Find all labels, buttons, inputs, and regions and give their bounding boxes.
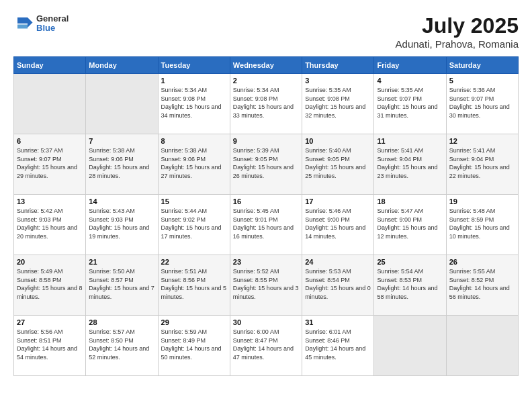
day-number: 19 [449, 197, 515, 205]
calendar-cell: 1 Sunrise: 5:34 AM Sunset: 9:08 PM Dayli… [158, 74, 230, 134]
day-number: 24 [305, 258, 371, 266]
day-info: Sunrise: 5:53 AM Sunset: 8:54 PM Dayligh… [305, 267, 371, 301]
calendar-cell: 7 Sunrise: 5:38 AM Sunset: 9:06 PM Dayli… [86, 134, 158, 195]
day-number: 1 [161, 77, 227, 85]
day-number: 26 [449, 258, 515, 266]
day-info: Sunrise: 5:56 AM Sunset: 8:51 PM Dayligh… [17, 328, 83, 361]
calendar-cell: 2 Sunrise: 5:34 AM Sunset: 9:08 PM Dayli… [230, 74, 302, 134]
calendar-cell: 27 Sunrise: 5:56 AM Sunset: 8:51 PM Dayl… [14, 316, 86, 376]
day-number: 3 [305, 77, 371, 85]
day-info: Sunrise: 5:47 AM Sunset: 9:00 PM Dayligh… [377, 207, 443, 240]
calendar-title: July 2025 [396, 13, 519, 38]
day-info: Sunrise: 5:52 AM Sunset: 8:55 PM Dayligh… [233, 267, 299, 301]
calendar-cell: 18 Sunrise: 5:47 AM Sunset: 9:00 PM Dayl… [374, 195, 446, 255]
day-info: Sunrise: 5:35 AM Sunset: 9:08 PM Dayligh… [305, 86, 371, 120]
day-number: 28 [89, 318, 154, 326]
day-number: 31 [305, 318, 371, 326]
svg-rect-2 [17, 17, 28, 24]
calendar-cell [446, 316, 518, 376]
day-info: Sunrise: 6:00 AM Sunset: 8:47 PM Dayligh… [233, 328, 299, 361]
day-info: Sunrise: 5:54 AM Sunset: 8:53 PM Dayligh… [377, 267, 443, 301]
logo-line2: Blue [36, 24, 69, 33]
svg-rect-3 [17, 25, 28, 29]
weekday-header: Tuesday [158, 57, 230, 74]
day-number: 17 [305, 197, 371, 205]
calendar-table: SundayMondayTuesdayWednesdayThursdayFrid… [13, 56, 519, 376]
calendar-cell: 14 Sunrise: 5:43 AM Sunset: 9:03 PM Dayl… [86, 195, 158, 255]
day-number: 2 [233, 77, 299, 85]
calendar-cell: 3 Sunrise: 5:35 AM Sunset: 9:08 PM Dayli… [302, 74, 374, 134]
day-number: 11 [377, 137, 443, 145]
calendar-cell: 11 Sunrise: 5:41 AM Sunset: 9:04 PM Dayl… [374, 134, 446, 195]
day-info: Sunrise: 5:35 AM Sunset: 9:07 PM Dayligh… [377, 86, 443, 120]
day-info: Sunrise: 5:57 AM Sunset: 8:50 PM Dayligh… [89, 328, 154, 361]
calendar-cell: 6 Sunrise: 5:37 AM Sunset: 9:07 PM Dayli… [14, 134, 86, 195]
calendar-cell: 20 Sunrise: 5:49 AM Sunset: 8:58 PM Dayl… [14, 255, 86, 316]
calendar-cell [374, 316, 446, 376]
day-number: 10 [305, 137, 371, 145]
weekday-header: Saturday [446, 57, 518, 74]
calendar-cell: 13 Sunrise: 5:42 AM Sunset: 9:03 PM Dayl… [14, 195, 86, 255]
weekday-header: Wednesday [230, 57, 302, 74]
day-number: 18 [377, 197, 443, 205]
calendar-cell: 24 Sunrise: 5:53 AM Sunset: 8:54 PM Dayl… [302, 255, 374, 316]
calendar-cell: 26 Sunrise: 5:55 AM Sunset: 8:52 PM Dayl… [446, 255, 518, 316]
day-number: 16 [233, 197, 299, 205]
day-info: Sunrise: 5:39 AM Sunset: 9:05 PM Dayligh… [233, 146, 299, 180]
calendar-cell: 9 Sunrise: 5:39 AM Sunset: 9:05 PM Dayli… [230, 134, 302, 195]
day-info: Sunrise: 5:43 AM Sunset: 9:03 PM Dayligh… [89, 207, 154, 240]
calendar-cell: 22 Sunrise: 5:51 AM Sunset: 8:56 PM Dayl… [158, 255, 230, 316]
day-info: Sunrise: 5:36 AM Sunset: 9:07 PM Dayligh… [449, 86, 515, 120]
day-info: Sunrise: 5:45 AM Sunset: 9:01 PM Dayligh… [233, 207, 299, 240]
calendar-cell: 16 Sunrise: 5:45 AM Sunset: 9:01 PM Dayl… [230, 195, 302, 255]
day-info: Sunrise: 5:38 AM Sunset: 9:06 PM Dayligh… [89, 146, 154, 180]
day-info: Sunrise: 5:59 AM Sunset: 8:49 PM Dayligh… [161, 328, 227, 361]
calendar-header: SundayMondayTuesdayWednesdayThursdayFrid… [14, 57, 519, 74]
day-info: Sunrise: 5:48 AM Sunset: 8:59 PM Dayligh… [449, 207, 515, 240]
calendar-cell [86, 74, 158, 134]
day-info: Sunrise: 5:49 AM Sunset: 8:58 PM Dayligh… [17, 267, 83, 301]
day-info: Sunrise: 5:40 AM Sunset: 9:05 PM Dayligh… [305, 146, 371, 180]
calendar-cell: 25 Sunrise: 5:54 AM Sunset: 8:53 PM Dayl… [374, 255, 446, 316]
day-info: Sunrise: 5:38 AM Sunset: 9:06 PM Dayligh… [161, 146, 227, 180]
calendar-cell: 23 Sunrise: 5:52 AM Sunset: 8:55 PM Dayl… [230, 255, 302, 316]
calendar-cell: 29 Sunrise: 5:59 AM Sunset: 8:49 PM Dayl… [158, 316, 230, 376]
calendar-cell: 21 Sunrise: 5:50 AM Sunset: 8:57 PM Dayl… [86, 255, 158, 316]
day-number: 6 [17, 137, 83, 145]
day-info: Sunrise: 5:46 AM Sunset: 9:00 PM Dayligh… [305, 207, 371, 240]
calendar-cell: 12 Sunrise: 5:41 AM Sunset: 9:04 PM Dayl… [446, 134, 518, 195]
calendar-cell: 15 Sunrise: 5:44 AM Sunset: 9:02 PM Dayl… [158, 195, 230, 255]
day-info: Sunrise: 5:42 AM Sunset: 9:03 PM Dayligh… [17, 207, 83, 240]
day-info: Sunrise: 5:55 AM Sunset: 8:52 PM Dayligh… [449, 267, 515, 301]
logo-text: General Blue [36, 14, 69, 34]
logo-icon [13, 13, 34, 34]
day-number: 5 [449, 77, 515, 85]
calendar-cell: 5 Sunrise: 5:36 AM Sunset: 9:07 PM Dayli… [446, 74, 518, 134]
day-number: 8 [161, 137, 227, 145]
day-info: Sunrise: 6:01 AM Sunset: 8:46 PM Dayligh… [305, 328, 371, 361]
day-info: Sunrise: 5:37 AM Sunset: 9:07 PM Dayligh… [17, 146, 83, 180]
day-number: 21 [89, 258, 154, 266]
title-block: July 2025 Adunati, Prahova, Romania [396, 13, 519, 50]
calendar-cell: 4 Sunrise: 5:35 AM Sunset: 9:07 PM Dayli… [374, 74, 446, 134]
day-number: 13 [17, 197, 83, 205]
logo-line1: General [36, 14, 69, 24]
day-number: 25 [377, 258, 443, 266]
day-number: 9 [233, 137, 299, 145]
calendar-body: 1 Sunrise: 5:34 AM Sunset: 9:08 PM Dayli… [14, 74, 519, 376]
weekday-header: Thursday [302, 57, 374, 74]
logo: General Blue [13, 13, 69, 34]
day-number: 7 [89, 137, 154, 145]
day-info: Sunrise: 5:41 AM Sunset: 9:04 PM Dayligh… [377, 146, 443, 180]
day-info: Sunrise: 5:41 AM Sunset: 9:04 PM Dayligh… [449, 146, 515, 180]
day-info: Sunrise: 5:34 AM Sunset: 9:08 PM Dayligh… [161, 86, 227, 120]
weekday-header: Sunday [14, 57, 86, 74]
day-info: Sunrise: 5:34 AM Sunset: 9:08 PM Dayligh… [233, 86, 299, 120]
calendar-subtitle: Adunati, Prahova, Romania [396, 38, 519, 50]
day-number: 15 [161, 197, 227, 205]
day-info: Sunrise: 5:51 AM Sunset: 8:56 PM Dayligh… [161, 267, 227, 301]
day-number: 23 [233, 258, 299, 266]
day-number: 20 [17, 258, 83, 266]
day-number: 12 [449, 137, 515, 145]
calendar-cell: 30 Sunrise: 6:00 AM Sunset: 8:47 PM Dayl… [230, 316, 302, 376]
